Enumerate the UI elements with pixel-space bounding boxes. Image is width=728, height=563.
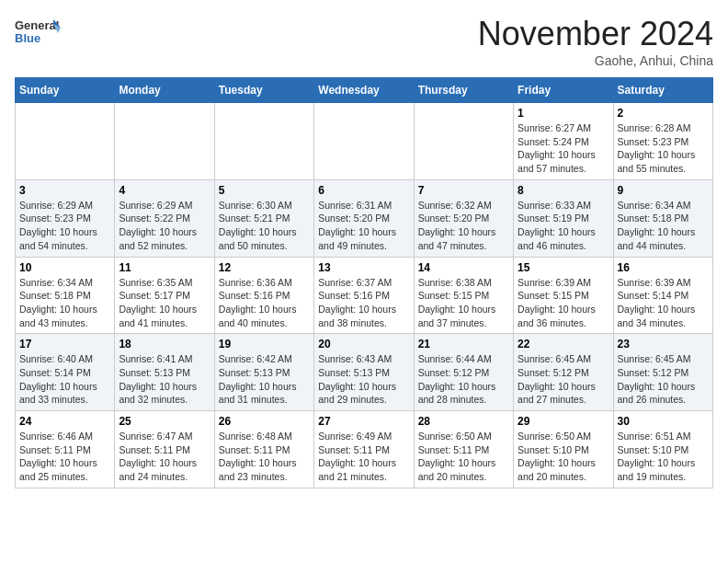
day-number: 21 <box>418 338 509 350</box>
calendar-cell: 15Sunrise: 6:39 AM Sunset: 5:15 PM Dayli… <box>514 257 613 334</box>
day-number: 4 <box>119 184 210 197</box>
calendar-cell: 27Sunrise: 6:49 AM Sunset: 5:11 PM Dayli… <box>314 411 414 488</box>
day-number: 20 <box>318 338 409 350</box>
day-info: Sunrise: 6:33 AM Sunset: 5:19 PM Dayligh… <box>518 199 609 253</box>
month-title: November 2024 <box>478 15 713 53</box>
calendar-cell: 3Sunrise: 6:29 AM Sunset: 5:23 PM Daylig… <box>16 179 115 257</box>
calendar-cell <box>16 103 115 180</box>
calendar-week-row: 10Sunrise: 6:34 AM Sunset: 5:18 PM Dayli… <box>16 257 713 334</box>
day-info: Sunrise: 6:43 AM Sunset: 5:13 PM Dayligh… <box>318 352 409 407</box>
calendar-cell <box>314 103 414 180</box>
day-number: 24 <box>19 415 110 428</box>
day-info: Sunrise: 6:48 AM Sunset: 5:11 PM Dayligh… <box>219 430 310 484</box>
weekday-header: Monday <box>115 78 214 103</box>
day-number: 10 <box>19 261 110 274</box>
title-block: November 2024 Gaohe, Anhui, China <box>478 15 713 68</box>
calendar-week-row: 17Sunrise: 6:40 AM Sunset: 5:14 PM Dayli… <box>16 334 713 411</box>
day-number: 29 <box>518 415 609 428</box>
day-number: 5 <box>219 184 310 197</box>
calendar-cell: 18Sunrise: 6:41 AM Sunset: 5:13 PM Dayli… <box>115 334 214 411</box>
day-number: 13 <box>318 261 409 274</box>
calendar-cell: 4Sunrise: 6:29 AM Sunset: 5:22 PM Daylig… <box>115 179 214 257</box>
day-info: Sunrise: 6:34 AM Sunset: 5:18 PM Dayligh… <box>19 276 110 330</box>
day-info: Sunrise: 6:30 AM Sunset: 5:21 PM Dayligh… <box>219 199 310 253</box>
calendar-cell: 19Sunrise: 6:42 AM Sunset: 5:13 PM Dayli… <box>214 334 313 411</box>
day-number: 17 <box>19 338 110 350</box>
calendar-cell: 17Sunrise: 6:40 AM Sunset: 5:14 PM Dayli… <box>16 334 115 411</box>
day-info: Sunrise: 6:42 AM Sunset: 5:13 PM Dayligh… <box>219 352 310 407</box>
day-number: 30 <box>618 415 709 428</box>
day-info: Sunrise: 6:49 AM Sunset: 5:11 PM Dayligh… <box>318 430 409 484</box>
calendar-cell: 5Sunrise: 6:30 AM Sunset: 5:21 PM Daylig… <box>214 179 313 257</box>
weekday-header-row: SundayMondayTuesdayWednesdayThursdayFrid… <box>16 78 713 103</box>
day-info: Sunrise: 6:29 AM Sunset: 5:23 PM Dayligh… <box>19 199 110 253</box>
weekday-header: Friday <box>514 78 613 103</box>
calendar-cell <box>414 103 513 180</box>
day-number: 26 <box>219 415 310 428</box>
calendar-week-row: 3Sunrise: 6:29 AM Sunset: 5:23 PM Daylig… <box>16 179 713 257</box>
location: Gaohe, Anhui, China <box>478 53 713 68</box>
day-number: 22 <box>518 338 609 350</box>
day-number: 3 <box>19 184 110 197</box>
day-info: Sunrise: 6:47 AM Sunset: 5:11 PM Dayligh… <box>119 430 210 484</box>
calendar-cell <box>214 103 313 180</box>
calendar-cell: 6Sunrise: 6:31 AM Sunset: 5:20 PM Daylig… <box>314 179 414 257</box>
day-number: 18 <box>119 338 210 350</box>
page-header: General Blue November 2024 Gaohe, Anhui,… <box>15 15 713 68</box>
calendar-cell: 12Sunrise: 6:36 AM Sunset: 5:16 PM Dayli… <box>214 257 313 334</box>
day-info: Sunrise: 6:32 AM Sunset: 5:20 PM Dayligh… <box>418 199 509 253</box>
day-number: 2 <box>618 107 709 120</box>
day-info: Sunrise: 6:44 AM Sunset: 5:12 PM Dayligh… <box>418 352 509 407</box>
logo-svg: General Blue <box>15 15 61 52</box>
weekday-header: Wednesday <box>314 78 414 103</box>
day-number: 7 <box>418 184 509 197</box>
day-info: Sunrise: 6:34 AM Sunset: 5:18 PM Dayligh… <box>618 199 709 253</box>
day-number: 12 <box>219 261 310 274</box>
day-info: Sunrise: 6:51 AM Sunset: 5:10 PM Dayligh… <box>618 430 709 484</box>
day-number: 25 <box>119 415 210 428</box>
day-info: Sunrise: 6:36 AM Sunset: 5:16 PM Dayligh… <box>219 276 310 330</box>
calendar-cell: 1Sunrise: 6:27 AM Sunset: 5:24 PM Daylig… <box>514 103 613 180</box>
logo: General Blue <box>15 15 61 52</box>
day-info: Sunrise: 6:45 AM Sunset: 5:12 PM Dayligh… <box>618 352 709 407</box>
day-info: Sunrise: 6:39 AM Sunset: 5:15 PM Dayligh… <box>518 276 609 330</box>
day-number: 1 <box>518 107 609 120</box>
day-info: Sunrise: 6:38 AM Sunset: 5:15 PM Dayligh… <box>418 276 509 330</box>
day-number: 9 <box>618 184 709 197</box>
calendar-cell: 21Sunrise: 6:44 AM Sunset: 5:12 PM Dayli… <box>414 334 513 411</box>
day-number: 11 <box>119 261 210 274</box>
calendar-cell: 25Sunrise: 6:47 AM Sunset: 5:11 PM Dayli… <box>115 411 214 488</box>
calendar-cell: 14Sunrise: 6:38 AM Sunset: 5:15 PM Dayli… <box>414 257 513 334</box>
svg-text:Blue: Blue <box>15 31 40 45</box>
calendar-cell: 26Sunrise: 6:48 AM Sunset: 5:11 PM Dayli… <box>214 411 313 488</box>
calendar-cell: 29Sunrise: 6:50 AM Sunset: 5:10 PM Dayli… <box>514 411 613 488</box>
calendar-table: SundayMondayTuesdayWednesdayThursdayFrid… <box>15 77 713 488</box>
day-number: 16 <box>618 261 709 274</box>
day-number: 27 <box>318 415 409 428</box>
day-number: 23 <box>618 338 709 350</box>
calendar-cell: 30Sunrise: 6:51 AM Sunset: 5:10 PM Dayli… <box>613 411 712 488</box>
weekday-header: Sunday <box>16 78 115 103</box>
day-info: Sunrise: 6:27 AM Sunset: 5:24 PM Dayligh… <box>518 121 609 176</box>
day-info: Sunrise: 6:29 AM Sunset: 5:22 PM Dayligh… <box>119 199 210 253</box>
calendar-cell: 2Sunrise: 6:28 AM Sunset: 5:23 PM Daylig… <box>613 103 712 180</box>
day-info: Sunrise: 6:50 AM Sunset: 5:11 PM Dayligh… <box>418 430 509 484</box>
day-info: Sunrise: 6:35 AM Sunset: 5:17 PM Dayligh… <box>119 276 210 330</box>
calendar-week-row: 1Sunrise: 6:27 AM Sunset: 5:24 PM Daylig… <box>16 103 713 180</box>
day-info: Sunrise: 6:50 AM Sunset: 5:10 PM Dayligh… <box>518 430 609 484</box>
day-number: 8 <box>518 184 609 197</box>
weekday-header: Tuesday <box>214 78 313 103</box>
calendar-cell: 23Sunrise: 6:45 AM Sunset: 5:12 PM Dayli… <box>613 334 712 411</box>
calendar-cell: 22Sunrise: 6:45 AM Sunset: 5:12 PM Dayli… <box>514 334 613 411</box>
weekday-header: Thursday <box>414 78 513 103</box>
calendar-cell: 24Sunrise: 6:46 AM Sunset: 5:11 PM Dayli… <box>16 411 115 488</box>
day-info: Sunrise: 6:31 AM Sunset: 5:20 PM Dayligh… <box>318 199 409 253</box>
day-number: 14 <box>418 261 509 274</box>
calendar-cell: 7Sunrise: 6:32 AM Sunset: 5:20 PM Daylig… <box>414 179 513 257</box>
day-number: 15 <box>518 261 609 274</box>
day-number: 19 <box>219 338 310 350</box>
day-info: Sunrise: 6:45 AM Sunset: 5:12 PM Dayligh… <box>518 352 609 407</box>
day-info: Sunrise: 6:39 AM Sunset: 5:14 PM Dayligh… <box>618 276 709 330</box>
calendar-cell: 8Sunrise: 6:33 AM Sunset: 5:19 PM Daylig… <box>514 179 613 257</box>
day-number: 6 <box>318 184 409 197</box>
